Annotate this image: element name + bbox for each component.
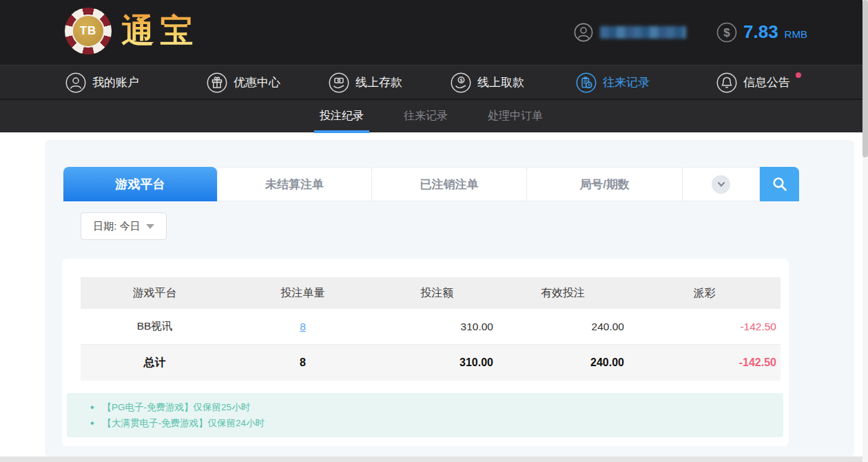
caret-down-icon [146, 224, 154, 229]
nav-label: 优惠中心 [234, 74, 280, 90]
site-logo[interactable]: TB 通宝 [65, 8, 198, 54]
subnav-item-transaction-records[interactable]: 往来记录 [401, 99, 451, 133]
balance-currency: RMB [785, 28, 807, 40]
search-button[interactable] [760, 167, 799, 201]
cell-payout: -142.50 [628, 321, 781, 333]
bullet-icon: • [90, 415, 94, 431]
nav-item-transaction-records[interactable]: 往来记录 [576, 66, 650, 99]
results-card: 游戏平台 投注单量 投注额 有效投注 派彩 BB视讯 8 310.00 240.… [62, 259, 789, 446]
nav-item-promotions[interactable]: 优惠中心 [207, 66, 280, 99]
cell-total-valid-bet: 240.00 [497, 356, 628, 369]
cell-total-bet-amount: 310.00 [377, 356, 497, 369]
balance-amount: 7.83 [743, 21, 778, 43]
tab-round-number[interactable]: 局号/期数 [526, 167, 683, 201]
cell-total-bet-count: 8 [229, 356, 377, 369]
table-total-row: 总计 8 310.00 240.00 -142.50 [81, 345, 781, 381]
user-icon [65, 72, 86, 93]
bell-icon [716, 72, 737, 93]
scrollbar-thumb[interactable] [862, 0, 868, 157]
col-header-valid-bet: 有效投注 [497, 286, 628, 301]
nav-label: 线上取款 [477, 74, 524, 90]
balance-display: $ 7.83 RMB [716, 21, 807, 43]
bottom-edge-strip [0, 456, 868, 462]
records-icon [576, 72, 597, 93]
cell-valid-bet: 240.00 [497, 321, 628, 333]
poker-chip-logo-icon: TB [65, 8, 112, 54]
search-icon [772, 176, 788, 192]
withdraw-icon: $ [451, 72, 471, 93]
table-row: BB视讯 8 310.00 240.00 -142.50 [81, 309, 781, 345]
nav-label: 信息公告 [743, 74, 790, 90]
bet-count-link[interactable]: 8 [300, 321, 306, 332]
note-text: 【大满贯电子-免费游戏】仅保留24小时 [103, 415, 265, 431]
cell-total-payout: -142.50 [628, 356, 781, 369]
table-header-row: 游戏平台 投注单量 投注额 有效投注 派彩 [81, 277, 781, 309]
note-line: • 【PG电子-免费游戏】仅保留25小时 [67, 399, 776, 415]
notification-dot [796, 72, 801, 78]
note-text: 【PG电子-免费游戏】仅保留25小时 [103, 399, 251, 415]
nav-label: 往来记录 [603, 74, 650, 90]
bullet-icon: • [90, 399, 94, 415]
expand-options-button[interactable] [682, 167, 760, 201]
date-filter-label: 日期: 今日 [93, 220, 140, 233]
col-header-bet-amount: 投注额 [377, 286, 497, 301]
top-header: TB 通宝 $ 7.83 RMB [0, 0, 862, 65]
sub-nav: 投注纪录 往来记录 处理中订单 [0, 99, 862, 132]
col-header-bet-count: 投注单量 [229, 286, 377, 301]
user-account[interactable] [574, 23, 686, 42]
nav-item-withdraw[interactable]: $ 线上取款 [451, 66, 524, 99]
bet-summary-table: 游戏平台 投注单量 投注额 有效投注 派彩 BB视讯 8 310.00 240.… [81, 277, 781, 381]
col-header-payout: 派彩 [628, 286, 781, 301]
date-filter-dropdown[interactable]: 日期: 今日 [81, 212, 167, 240]
subnav-item-bet-records[interactable]: 投注纪录 [317, 99, 366, 133]
site-name: 通宝 [121, 9, 198, 53]
dollar-circle-icon: $ [716, 22, 737, 43]
username-redacted [600, 26, 686, 39]
tab-game-platform[interactable]: 游戏平台 [63, 167, 217, 201]
tab-unsettled-bets[interactable]: 未结算注单 [217, 167, 372, 201]
logo-badge: TB [72, 14, 105, 48]
note-line: • 【大满贯电子-免费游戏】仅保留24小时 [67, 415, 776, 431]
main-nav: 我的账户 优惠中心 线上存款 $ 线上取款 [0, 65, 862, 99]
nav-label: 我的账户 [92, 74, 139, 90]
gift-icon [207, 72, 227, 93]
deposit-icon [329, 72, 349, 93]
cell-total-label: 总计 [81, 356, 229, 370]
retention-notes: • 【PG电子-免费游戏】仅保留25小时 • 【大满贯电子-免费游戏】仅保留24… [67, 393, 783, 437]
page-scrollbar[interactable] [862, 0, 868, 462]
cell-bet-amount: 310.00 [377, 321, 497, 333]
col-header-platform: 游戏平台 [81, 286, 229, 301]
nav-label: 线上存款 [355, 74, 402, 90]
cell-platform: BB视讯 [81, 319, 229, 334]
nav-item-my-account[interactable]: 我的账户 [65, 66, 139, 99]
user-icon [574, 23, 593, 42]
subnav-item-pending-orders[interactable]: 处理中订单 [485, 99, 546, 133]
chevron-down-icon [712, 175, 730, 194]
nav-item-announcements[interactable]: 信息公告 [716, 66, 790, 99]
svg-text:$: $ [723, 26, 730, 39]
tab-cancelled-bets[interactable]: 已注销注单 [371, 167, 527, 201]
content-panel: 游戏平台 未结算注单 已注销注单 局号/期数 日期: 今日 游戏平台 投注单量 … [45, 140, 854, 456]
nav-item-deposit[interactable]: 线上存款 [329, 66, 402, 99]
